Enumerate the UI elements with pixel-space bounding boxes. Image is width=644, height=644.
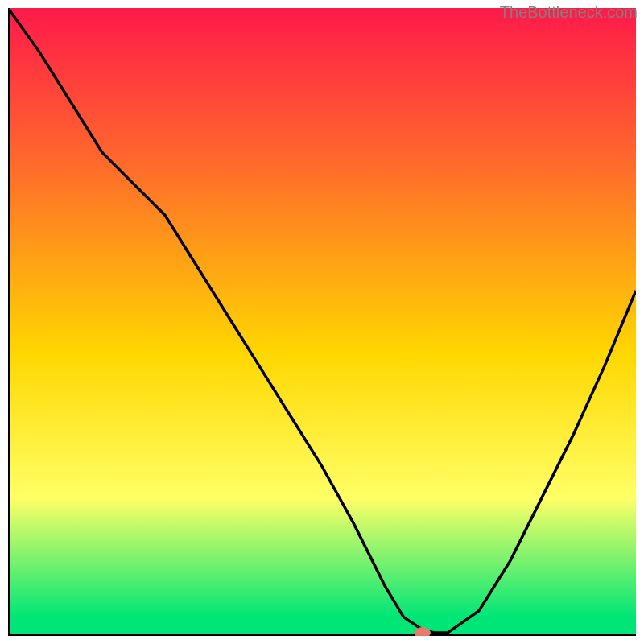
watermark-text: TheBottleneck.com (500, 3, 638, 22)
chart-container (8, 8, 636, 636)
bottleneck-chart (8, 8, 636, 636)
gradient-background (8, 8, 636, 636)
